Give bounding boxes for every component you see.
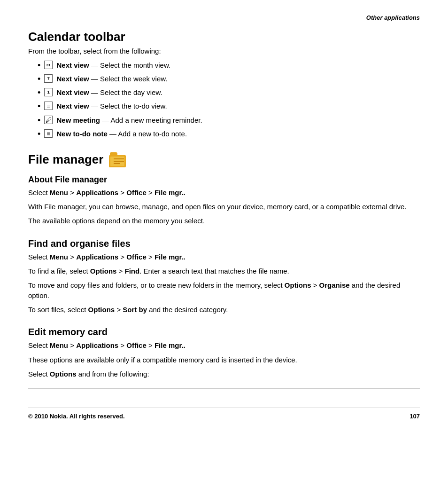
nav-applications: Applications <box>76 189 118 196</box>
nav-applications-3: Applications <box>76 341 118 349</box>
nav-filemgr: File mgr.. <box>154 189 185 196</box>
item-text: New to-do note — Add a new to-do note. <box>54 129 187 139</box>
find-body2: To move and copy files and folders, or t… <box>28 280 420 301</box>
footer-page-number: 107 <box>409 413 420 420</box>
folder-line-1 <box>114 158 124 159</box>
file-manager-icon <box>109 152 126 167</box>
about-file-manager-title: About File manager <box>28 175 420 185</box>
nav-menu-2: Menu <box>50 253 68 261</box>
item-text: Next view — Select the month view. <box>54 60 170 70</box>
find-body3: To sort files, select Options > Sort by … <box>28 305 420 315</box>
options-bold-4: Options <box>50 370 77 378</box>
item-text: Next view — Select the day view. <box>54 87 162 97</box>
list-item: ≡ New to-do note — Add a new to-do note. <box>38 129 420 140</box>
calendar-toolbar-intro: From the toolbar, select from the follow… <box>28 46 420 56</box>
edit-body2: Select Options and from the following: <box>28 369 420 379</box>
footer-divider <box>28 388 420 389</box>
day-icon: 1 <box>44 88 53 96</box>
nav-office-3: Office <box>126 341 147 349</box>
footer-copyright: © 2010 Nokia. All rights reserved. <box>28 413 125 420</box>
week-icon: 7 <box>44 74 53 83</box>
folder-inner <box>110 157 124 166</box>
options-bold-3: Options <box>88 306 115 314</box>
page-header: Other applications <box>28 14 420 21</box>
page-footer: © 2010 Nokia. All rights reserved. 107 <box>28 408 420 420</box>
folder-line-3 <box>114 163 120 164</box>
list-item: 🖊 New meeting — Add a new meeting remind… <box>38 115 420 126</box>
nav-menu-3: Menu <box>50 341 68 349</box>
about-nav-path: Select Menu > Applications > Office > Fi… <box>28 188 420 198</box>
find-nav-path: Select Menu > Applications > Office > Fi… <box>28 252 420 263</box>
folder-body <box>109 155 126 167</box>
find-bold: Find <box>125 267 140 275</box>
file-manager-title-row: File manager <box>28 152 420 167</box>
sortby-bold: Sort by <box>123 306 147 314</box>
edit-memory-heading: Edit memory card <box>28 327 420 338</box>
file-manager-title: File manager <box>28 152 103 167</box>
find-body1: To find a file, select Options > Find. E… <box>28 266 420 276</box>
about-body1: With File manager, you can browse, manag… <box>28 202 420 212</box>
item-text: Next view — Select the to-do view. <box>54 101 167 111</box>
month-icon: 31 <box>44 61 53 69</box>
calendar-toolbar-title: Calendar toolbar <box>28 30 420 44</box>
folder-line-2 <box>114 161 124 162</box>
edit-nav-path: Select Menu > Applications > Office > Fi… <box>28 340 420 351</box>
calendar-toolbar-list: 31 Next view — Select the month view. 7 … <box>38 60 420 140</box>
list-item: ≡ Next view — Select the to-do view. <box>38 101 420 112</box>
meeting-icon: 🖊 <box>44 116 53 124</box>
nav-filemgr-3: File mgr.. <box>154 341 185 349</box>
organise-bold: Organise <box>319 281 350 289</box>
nav-applications-2: Applications <box>76 253 118 261</box>
nav-filemgr-2: File mgr.. <box>154 253 185 261</box>
header-title: Other applications <box>366 14 420 21</box>
nav-office-2: Office <box>126 253 147 261</box>
options-bold-2: Options <box>285 281 311 289</box>
about-body2: The available options depend on the memo… <box>28 216 420 226</box>
list-item: 1 Next view — Select the day view. <box>38 87 420 99</box>
nav-menu: Menu <box>50 189 68 196</box>
new-todo-icon: ≡ <box>44 129 53 138</box>
edit-body1: These options are available only if a co… <box>28 355 420 365</box>
find-organise-heading: Find and organise files <box>28 238 420 249</box>
list-item: 7 Next view — Select the week view. <box>38 74 420 85</box>
nav-office: Office <box>126 189 147 196</box>
list-item: 31 Next view — Select the month view. <box>38 60 420 71</box>
item-text: Next view — Select the week view. <box>54 74 167 84</box>
todo-icon: ≡ <box>44 102 53 110</box>
options-bold-1: Options <box>90 267 117 275</box>
item-text: New meeting — Add a new meeting reminder… <box>54 115 202 125</box>
